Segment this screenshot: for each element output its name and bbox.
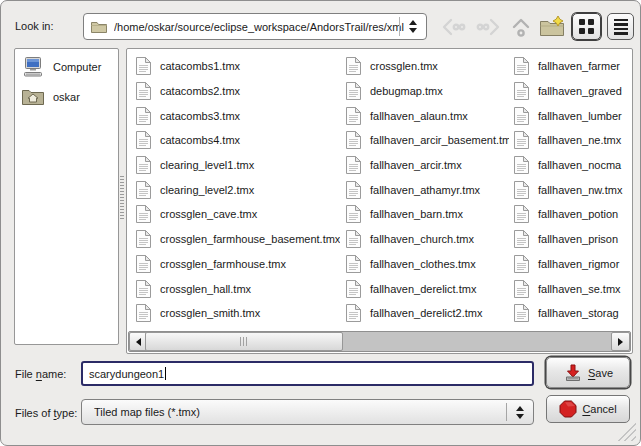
file-item[interactable]: crossglen_hall.tmx	[135, 276, 340, 301]
file-item[interactable]: fallhaven_nocma	[513, 153, 631, 178]
forward-icon	[475, 16, 503, 38]
file-item[interactable]: catacombs2.tmx	[135, 79, 340, 104]
file-icon	[345, 204, 362, 224]
file-item[interactable]: clearing_level1.tmx	[135, 153, 340, 178]
cancel-button-label: Cancel	[582, 403, 616, 415]
file-item[interactable]: crossglen.tmx	[345, 54, 509, 79]
file-item[interactable]: fallhaven_athamyr.tmx	[345, 177, 509, 202]
file-item[interactable]: crossglen_farmhouse.tmx	[135, 252, 340, 277]
file-icon	[513, 81, 530, 101]
file-item[interactable]: fallhaven_prison	[513, 227, 631, 252]
file-item[interactable]: fallhaven_lumber	[513, 103, 631, 128]
file-item[interactable]: clearing_level2.tmx	[135, 177, 340, 202]
file-item-label: catacombs2.tmx	[160, 85, 240, 97]
file-item[interactable]: fallhaven_arcir.tmx	[345, 153, 509, 178]
file-item[interactable]: fallhaven_potion	[513, 202, 631, 227]
file-item[interactable]: fallhaven_arcir_basement.tmx	[345, 128, 509, 153]
panel-splitter[interactable]	[120, 176, 124, 220]
file-item[interactable]: fallhaven_ne.tmx	[513, 128, 631, 153]
file-item-label: fallhaven_se.tmx	[538, 283, 621, 295]
file-item-label: crossglen_smith.tmx	[160, 307, 260, 319]
file-icon	[513, 56, 530, 76]
file-item[interactable]: fallhaven_derelict2.tmx	[345, 301, 509, 326]
sidebar-item-computer[interactable]: Computer	[15, 52, 118, 82]
file-item-label: fallhaven_athamyr.tmx	[370, 184, 480, 196]
file-icon	[513, 279, 530, 299]
file-icon	[345, 279, 362, 299]
file-item-label: crossglen_cave.tmx	[160, 208, 257, 220]
cancel-button[interactable]: Cancel	[546, 395, 630, 423]
file-icon	[513, 155, 530, 175]
file-item[interactable]: fallhaven_rigmor	[513, 252, 631, 277]
forward-button[interactable]	[475, 13, 503, 40]
file-icon	[135, 155, 152, 175]
file-item-label: clearing_level2.tmx	[160, 184, 254, 196]
file-icon	[135, 303, 152, 323]
back-button[interactable]	[439, 13, 467, 40]
file-item-label: fallhaven_arcir_basement.tmx	[370, 134, 509, 146]
file-item[interactable]: fallhaven_barn.tmx	[345, 202, 509, 227]
file-icon	[513, 130, 530, 150]
files-of-type-value: Tiled map files (*.tmx)	[94, 406, 200, 418]
horizontal-scrollbar[interactable]	[128, 331, 631, 352]
file-item-label: fallhaven_nw.tmx	[538, 184, 622, 196]
new-folder-button[interactable]	[537, 13, 567, 40]
file-icon	[135, 56, 152, 76]
up-folder-button[interactable]	[507, 13, 535, 40]
file-item-label: crossglen.tmx	[370, 60, 438, 72]
sidebar-item-home[interactable]: oskar	[15, 82, 118, 112]
files-of-type-combobox[interactable]: Tiled map files (*.tmx)	[81, 399, 534, 425]
file-item[interactable]: fallhaven_farmer	[513, 54, 631, 79]
file-icon	[345, 56, 362, 76]
scroll-left-icon	[136, 338, 141, 346]
combo-spinner-icon	[399, 17, 426, 36]
file-item[interactable]: debugmap.tmx	[345, 79, 509, 104]
file-item[interactable]: fallhaven_clothes.tmx	[345, 252, 509, 277]
file-item-label: catacombs3.tmx	[160, 110, 240, 122]
file-item[interactable]: catacombs3.tmx	[135, 103, 340, 128]
file-save-dialog: Look in: /home/oskar/source/eclipse_work…	[0, 0, 641, 446]
file-name-input[interactable]: scarydungeon1	[81, 361, 534, 386]
file-item[interactable]: fallhaven_derelict.tmx	[345, 276, 509, 301]
home-folder-icon	[21, 87, 45, 107]
file-icon	[345, 106, 362, 126]
file-item[interactable]: fallhaven_storag	[513, 301, 631, 326]
file-item-label: fallhaven_derelict.tmx	[370, 283, 476, 295]
file-item[interactable]: catacombs4.tmx	[135, 128, 340, 153]
file-item-label: crossglen_farmhouse_basement.tmx	[160, 233, 340, 245]
look-in-combobox[interactable]: /home/oskar/source/eclipse_workspace/And…	[83, 13, 427, 40]
file-icon	[135, 106, 152, 126]
look-in-label: Look in:	[15, 20, 54, 32]
file-item-label: fallhaven_prison	[538, 233, 618, 245]
new-folder-icon	[538, 15, 566, 39]
file-item[interactable]: crossglen_smith.tmx	[135, 301, 340, 326]
file-column: catacombs1.tmx catacombs2.tmx	[135, 54, 340, 326]
file-icon	[345, 180, 362, 200]
file-item-label: fallhaven_alaun.tmx	[370, 110, 468, 122]
list-view-button[interactable]	[607, 13, 634, 40]
file-item[interactable]: fallhaven_church.tmx	[345, 227, 509, 252]
file-item[interactable]: catacombs1.tmx	[135, 54, 340, 79]
file-item-label: fallhaven_church.tmx	[370, 233, 474, 245]
scroll-right-button[interactable]	[611, 332, 630, 351]
file-item[interactable]: fallhaven_nw.tmx	[513, 177, 631, 202]
file-icon	[513, 180, 530, 200]
file-item-label: fallhaven_derelict2.tmx	[370, 307, 483, 319]
grid-view-button[interactable]	[572, 13, 601, 40]
file-item[interactable]: fallhaven_se.tmx	[513, 276, 631, 301]
file-item[interactable]: crossglen_farmhouse_basement.tmx	[135, 227, 340, 252]
scrollbar-thumb[interactable]	[145, 332, 343, 351]
file-item[interactable]: crossglen_cave.tmx	[135, 202, 340, 227]
places-sidebar: Computer oskar	[14, 48, 119, 345]
resize-grip[interactable]	[615, 420, 636, 441]
computer-icon	[21, 56, 45, 78]
file-icon	[513, 204, 530, 224]
file-item-label: fallhaven_arcir.tmx	[370, 159, 462, 171]
file-list-panel: catacombs1.tmx catacombs2.tmx	[126, 48, 633, 354]
file-item[interactable]: fallhaven_alaun.tmx	[345, 103, 509, 128]
save-icon	[563, 364, 583, 382]
save-button[interactable]: Save	[546, 357, 630, 388]
file-item-label: catacombs1.tmx	[160, 60, 240, 72]
file-item[interactable]: fallhaven_graved	[513, 79, 631, 104]
file-item-label: crossglen_hall.tmx	[160, 283, 251, 295]
